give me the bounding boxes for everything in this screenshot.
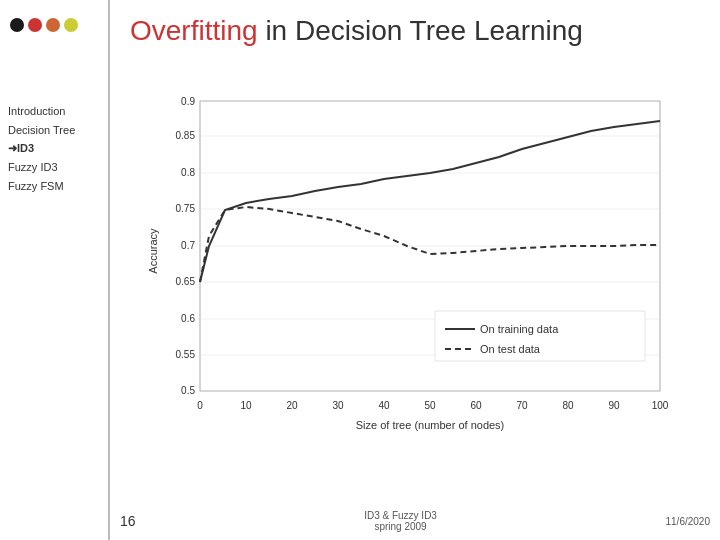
nav-item-introduction[interactable]: Introduction xyxy=(8,102,101,121)
nav-items: Introduction Decision Tree ➜ID3 Fuzzy ID… xyxy=(0,42,109,195)
svg-text:10: 10 xyxy=(240,400,252,411)
svg-text:0.75: 0.75 xyxy=(176,203,196,214)
chart-area: Accuracy 0.5 0.55 0.6 0.65 0.7 xyxy=(130,57,700,494)
chart-container: Accuracy 0.5 0.55 0.6 0.65 0.7 xyxy=(145,91,685,461)
legend-test: On test data xyxy=(480,343,541,355)
nav-item-id3[interactable]: ➜ID3 xyxy=(8,139,101,158)
x-axis-label: Size of tree (number of nodes) xyxy=(356,419,505,431)
sidebar: Introduction Decision Tree ➜ID3 Fuzzy ID… xyxy=(0,0,110,540)
nav-item-fuzzy-fsm[interactable]: Fuzzy FSM xyxy=(8,177,101,196)
svg-text:0.7: 0.7 xyxy=(181,240,195,251)
footer-center-line1: ID3 & Fuzzy ID3 xyxy=(364,510,437,521)
svg-text:30: 30 xyxy=(332,400,344,411)
sidebar-divider xyxy=(108,0,110,540)
svg-text:0.9: 0.9 xyxy=(181,96,195,107)
svg-text:90: 90 xyxy=(608,400,620,411)
page-number: 16 xyxy=(120,513,136,529)
svg-rect-30 xyxy=(435,311,645,361)
chart-svg: Accuracy 0.5 0.55 0.6 0.65 0.7 xyxy=(145,91,685,461)
main-content: Overfitting in Decision Tree Learning Ac… xyxy=(110,0,720,504)
page-title: Overfitting in Decision Tree Learning xyxy=(130,15,700,47)
footer: 16 ID3 & Fuzzy ID3 spring 2009 11/6/2020 xyxy=(110,504,720,540)
y-axis-label: Accuracy xyxy=(147,227,159,273)
svg-text:50: 50 xyxy=(424,400,436,411)
dot-orange xyxy=(46,18,60,32)
legend-training: On training data xyxy=(480,323,559,335)
footer-center: ID3 & Fuzzy ID3 spring 2009 xyxy=(364,510,437,532)
svg-text:0.6: 0.6 xyxy=(181,313,195,324)
svg-text:0.55: 0.55 xyxy=(176,349,196,360)
title-overfitting: Overfitting xyxy=(130,15,258,46)
svg-text:70: 70 xyxy=(516,400,528,411)
svg-text:0.65: 0.65 xyxy=(176,276,196,287)
footer-date: 11/6/2020 xyxy=(665,516,710,527)
dot-yellow xyxy=(64,18,78,32)
svg-text:60: 60 xyxy=(470,400,482,411)
svg-text:0.8: 0.8 xyxy=(181,167,195,178)
svg-text:0.85: 0.85 xyxy=(176,130,196,141)
nav-item-decision-tree[interactable]: Decision Tree xyxy=(8,121,101,140)
dot-red xyxy=(28,18,42,32)
svg-text:20: 20 xyxy=(286,400,298,411)
svg-text:0: 0 xyxy=(197,400,203,411)
footer-center-line2: spring 2009 xyxy=(364,521,437,532)
svg-text:0.5: 0.5 xyxy=(181,385,195,396)
svg-text:80: 80 xyxy=(562,400,574,411)
svg-text:40: 40 xyxy=(378,400,390,411)
slide: Introduction Decision Tree ➜ID3 Fuzzy ID… xyxy=(0,0,720,540)
dot-black xyxy=(10,18,24,32)
title-rest: in Decision Tree Learning xyxy=(258,15,583,46)
nav-item-fuzzy-id3[interactable]: Fuzzy ID3 xyxy=(8,158,101,177)
dots-row xyxy=(0,0,109,42)
svg-text:100: 100 xyxy=(652,400,669,411)
